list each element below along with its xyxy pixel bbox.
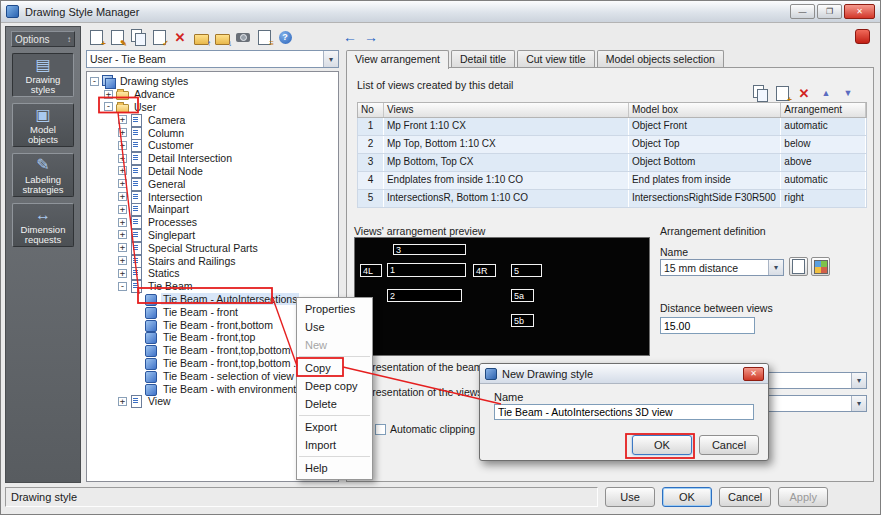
expand-icon[interactable]: +: [118, 115, 127, 124]
back-icon[interactable]: ←: [343, 29, 357, 45]
tree-item[interactable]: +General: [87, 177, 338, 190]
tree-item[interactable]: -Drawing styles: [87, 75, 338, 88]
dialog-name-input[interactable]: [494, 404, 754, 420]
expand-icon[interactable]: +: [118, 205, 127, 214]
new-drawing-style-icon[interactable]: +: [87, 28, 105, 46]
chevron-down-icon[interactable]: [323, 51, 338, 67]
sidebar-item-drawing-styles[interactable]: ▤Drawing styles: [12, 53, 74, 97]
use-button[interactable]: Use: [605, 487, 655, 507]
close-button[interactable]: ✕: [844, 4, 875, 19]
sidebar-item-dimension-requests[interactable]: ↔Dimension requests: [12, 203, 74, 247]
delete-view-icon[interactable]: ✕: [795, 84, 813, 102]
menu-item-import[interactable]: Import: [297, 436, 372, 454]
tree-item[interactable]: +Camera: [87, 113, 338, 126]
title-bar[interactable]: Drawing Style Manager — ❐ ✕: [1, 1, 880, 23]
expand-icon[interactable]: +: [118, 154, 127, 163]
export-icon[interactable]: ↑: [192, 28, 210, 46]
properties-icon[interactable]: ✎: [108, 28, 126, 46]
table-cell: IntersectionsR, Bottom 1:10 CO: [384, 190, 629, 207]
dialog-ok-button[interactable]: OK: [632, 435, 692, 455]
ok-button[interactable]: OK: [662, 487, 712, 507]
style-filter-combo[interactable]: User - Tie Beam: [86, 50, 339, 68]
expand-icon[interactable]: +: [118, 397, 127, 406]
tree-item[interactable]: +Detail Node: [87, 165, 338, 178]
dialog-close-button[interactable]: ✕: [743, 367, 764, 381]
expand-icon[interactable]: +: [118, 269, 127, 278]
tab-cut-view-title[interactable]: Cut view title: [517, 50, 595, 67]
tree-item-label: Tie Beam - AutoIntersections: [161, 293, 299, 305]
table-row[interactable]: 1Mp Front 1:10 CXObject Frontautomatic: [357, 118, 867, 136]
brand-icon[interactable]: [855, 29, 870, 44]
copy-view-icon[interactable]: [751, 84, 769, 102]
sidebar-item-model-objects[interactable]: ▣Model objects: [12, 103, 74, 147]
use-style-icon[interactable]: ✓: [150, 28, 168, 46]
collapse-icon[interactable]: -: [118, 282, 127, 291]
menu-item-properties[interactable]: Properties: [297, 300, 372, 318]
tree-item[interactable]: +Singlepart: [87, 229, 338, 242]
delete-style-icon[interactable]: ✕: [171, 28, 189, 46]
cancel-button[interactable]: Cancel: [719, 487, 771, 507]
new-view-icon[interactable]: +: [773, 84, 791, 102]
edit-arrangement-button[interactable]: [811, 257, 830, 276]
chevron-down-icon[interactable]: [851, 396, 866, 411]
menu-item-use[interactable]: Use: [297, 318, 372, 336]
collapse-icon[interactable]: -: [90, 77, 99, 86]
tree-item[interactable]: +Mainpart: [87, 203, 338, 216]
expand-icon[interactable]: +: [118, 128, 127, 137]
menu-item-deep-copy[interactable]: Deep copy: [297, 377, 372, 395]
move-view-up-icon[interactable]: ▲: [817, 84, 835, 102]
minimize-button[interactable]: —: [790, 4, 815, 19]
table-row[interactable]: 2Mp Top, Bottom 1:10 CXObject Topbelow: [357, 136, 867, 154]
chevron-down-icon[interactable]: [851, 373, 866, 388]
tree-item[interactable]: +Processes: [87, 216, 338, 229]
chevron-down-icon[interactable]: [768, 260, 783, 275]
notes-icon[interactable]: ≡: [255, 28, 273, 46]
tab-detail-title[interactable]: Detail title: [451, 50, 515, 67]
expand-icon[interactable]: +: [118, 256, 127, 265]
tree-item[interactable]: +Detail Intersection: [87, 152, 338, 165]
tab-model-objects-selection[interactable]: Model objects selection: [597, 50, 724, 67]
tree-item[interactable]: -User: [87, 101, 338, 114]
automatic-clipping-checkbox[interactable]: [375, 424, 386, 435]
expand-icon[interactable]: +: [118, 166, 127, 175]
arrangement-preset-combo[interactable]: 15 mm distance: [660, 259, 784, 276]
spinner-icon[interactable]: [67, 35, 71, 44]
tree-item[interactable]: -Tie Beam: [87, 280, 338, 293]
menu-item-export[interactable]: Export: [297, 418, 372, 436]
table-row[interactable]: 5IntersectionsR, Bottom 1:10 COIntersect…: [357, 190, 867, 208]
expand-icon[interactable]: +: [118, 192, 127, 201]
expand-icon[interactable]: +: [104, 90, 113, 99]
move-view-down-icon[interactable]: ▼: [839, 84, 857, 102]
collapse-icon[interactable]: -: [104, 102, 113, 111]
dialog-title-bar[interactable]: New Drawing style ✕: [480, 364, 768, 384]
sidebar-item-labeling-strategies[interactable]: ✎Labeling strategies: [12, 153, 74, 197]
tree-item[interactable]: +Advance: [87, 88, 338, 101]
import-icon[interactable]: ↓: [213, 28, 231, 46]
expand-icon[interactable]: +: [118, 230, 127, 239]
help-icon[interactable]: ?: [276, 28, 294, 46]
table-row[interactable]: 3Mp Bottom, Top CXObject Bottomabove: [357, 154, 867, 172]
tree-item[interactable]: +Statics: [87, 267, 338, 280]
maximize-button[interactable]: ❐: [817, 4, 842, 19]
dialog-cancel-button[interactable]: Cancel: [699, 435, 759, 455]
distance-input[interactable]: [660, 317, 755, 334]
expand-icon[interactable]: +: [118, 141, 127, 150]
copy-style-icon[interactable]: [129, 28, 147, 46]
expand-icon[interactable]: +: [118, 243, 127, 252]
options-button[interactable]: Options: [11, 31, 75, 47]
expand-icon[interactable]: +: [118, 218, 127, 227]
preview-arrangement-button[interactable]: [789, 257, 808, 276]
tree-item[interactable]: +Stairs and Railings: [87, 254, 338, 267]
menu-item-help[interactable]: Help: [297, 459, 372, 477]
tab-view-arrangement[interactable]: View arrangement: [346, 50, 449, 69]
tree-item[interactable]: +Intersection: [87, 190, 338, 203]
forward-icon[interactable]: →: [364, 29, 378, 45]
tree-item[interactable]: +Special Structural Parts: [87, 241, 338, 254]
menu-item-delete[interactable]: Delete: [297, 395, 372, 413]
expand-icon[interactable]: +: [118, 179, 127, 188]
table-row[interactable]: 4Endplates from inside 1:10 COEnd plates…: [357, 172, 867, 190]
camera-icon[interactable]: [234, 28, 252, 46]
menu-item-copy[interactable]: Copy: [297, 359, 372, 377]
tree-item[interactable]: +Customer: [87, 139, 338, 152]
tree-item[interactable]: +Column: [87, 126, 338, 139]
